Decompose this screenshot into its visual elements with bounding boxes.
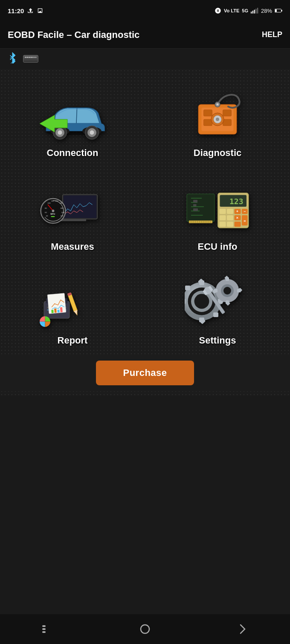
svg-rect-73 [227,209,233,214]
obd-device-icon [23,55,38,63]
svg-point-112 [194,294,209,309]
battery-pct: 28% [261,8,272,14]
ecu-label: ECU info [198,241,238,252]
svg-text:80: 80 [45,207,47,209]
svg-rect-106 [213,312,218,317]
svg-rect-24 [223,119,232,126]
svg-rect-81 [227,222,233,227]
menu-grid: Connection [0,73,290,355]
measures-icon: 100 140 160 180 80 60 40 220 240 260 MPH [40,180,106,235]
app-title: EOBD Facile – Car diagnostic [8,29,139,40]
svg-text:240: 240 [61,211,64,213]
image-icon [37,8,44,14]
svg-text:160: 160 [55,200,58,202]
report-label: Report [58,335,88,346]
bottom-nav [0,614,290,644]
status-time: 11:20 [8,7,24,14]
svg-text:40: 40 [46,215,48,217]
measures-label: Measures [51,241,94,252]
svg-rect-109 [185,286,190,290]
svg-rect-7 [275,9,277,12]
svg-rect-31 [63,195,96,218]
diagnostic-label: Diagnostic [194,147,241,159]
svg-rect-133 [141,625,149,633]
svg-text:123: 123 [229,197,243,206]
connection-bar [0,49,290,69]
svg-text:140: 140 [51,200,54,202]
svg-text:100: 100 [47,202,51,204]
svg-rect-93 [54,309,57,313]
svg-rect-77 [227,215,233,220]
svg-text:220: 220 [60,215,64,217]
svg-rect-132 [42,631,46,633]
upload-icon [27,8,33,14]
svg-text:60: 60 [45,211,47,213]
svg-rect-58 [189,220,212,223]
purchase-bar: Purchase [0,355,290,391]
svg-rect-95 [60,307,62,312]
svg-rect-2 [254,10,255,14]
svg-rect-4 [257,8,258,14]
svg-text:260: 260 [60,207,64,209]
svg-rect-21 [204,110,212,116]
svg-rect-82 [234,222,241,227]
svg-point-17 [90,130,94,135]
svg-rect-1 [252,11,253,14]
svg-rect-57 [193,208,198,211]
svg-rect-32 [59,219,86,221]
connection-label: Connection [47,147,99,159]
svg-text:180: 180 [59,202,63,204]
svg-point-27 [216,118,219,121]
menu-item-report[interactable]: Report [0,261,145,355]
help-button[interactable]: HELP [262,30,282,39]
svg-rect-76 [219,215,226,220]
svg-text:MPH: MPH [50,213,55,215]
menu-item-ecu[interactable]: 123 + − × = [145,167,290,261]
report-icon [40,274,106,329]
svg-rect-6 [281,10,282,12]
svg-point-29 [217,103,219,105]
status-bar: 11:20 Vo LTE 5G 28% [0,0,290,21]
bluetooth-icon[interactable] [8,52,17,66]
svg-rect-92 [51,310,54,313]
svg-rect-56 [193,204,197,206]
settings-label: Settings [199,335,236,346]
signal-icon [251,8,258,14]
menu-item-diagnostic[interactable]: Diagnostic [145,73,290,167]
nav-back-button[interactable] [35,621,61,638]
svg-point-46 [52,209,54,212]
menu-item-measures[interactable]: 100 140 160 180 80 60 40 220 240 260 MPH [0,167,145,261]
top-bar: EOBD Facile – Car diagnostic HELP [0,21,290,49]
svg-point-14 [58,130,62,135]
svg-rect-48 [51,216,55,217]
svg-rect-80 [219,222,226,227]
status-right: Vo LTE 5G 28% [215,7,282,14]
purchase-button[interactable]: Purchase [96,361,194,385]
connection-icon [40,86,106,142]
svg-rect-91 [47,293,66,314]
5g-label: 5G [242,8,248,13]
ecu-icon: 123 + − × = [185,180,251,235]
svg-rect-72 [219,209,226,214]
svg-rect-55 [193,200,197,202]
svg-rect-130 [42,625,46,627]
svg-marker-97 [73,310,79,316]
svg-rect-131 [42,628,46,630]
vo-lte-label: Vo LTE [224,8,239,13]
menu-item-settings[interactable]: Settings [145,261,290,355]
diagnostic-icon [185,86,251,142]
svg-text:+: + [236,209,238,214]
alarm-icon [215,7,221,14]
menu-item-connection[interactable]: Connection [0,73,145,167]
nav-forward-button[interactable] [229,621,255,638]
status-left: 11:20 [8,7,44,14]
main-content: Connection [0,69,290,396]
svg-point-123 [223,287,231,295]
svg-rect-94 [57,310,60,313]
svg-text:×: × [236,216,238,220]
svg-rect-22 [223,110,232,116]
settings-icon [185,274,251,329]
svg-rect-23 [204,119,212,126]
nav-home-button[interactable] [132,621,158,638]
svg-rect-0 [251,12,252,14]
